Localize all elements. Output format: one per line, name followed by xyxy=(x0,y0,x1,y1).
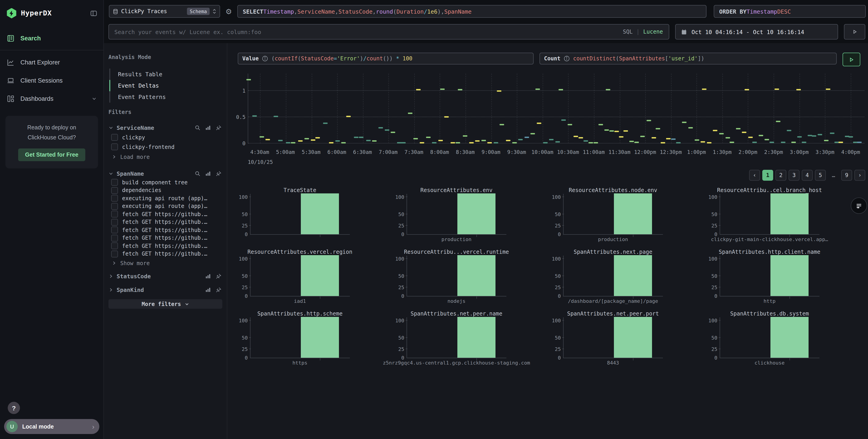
pagination: ‹12345…9› xyxy=(227,170,865,181)
pin-icon[interactable] xyxy=(216,171,221,176)
bar-chart-icon[interactable] xyxy=(205,273,211,279)
bar-chart-icon[interactable] xyxy=(205,125,211,130)
analysis-mode-event-deltas[interactable]: Event Deltas xyxy=(110,80,222,91)
filter-option[interactable]: fetch GET https://github.… xyxy=(108,242,222,250)
filter-option[interactable]: build component tree xyxy=(108,178,222,186)
promo-line1: Ready to deploy on xyxy=(11,123,93,133)
local-mode-button[interactable]: U Local mode › xyxy=(4,419,99,434)
filter-option[interactable]: clickpy-frontend xyxy=(108,142,222,152)
y-tick-label: 0 xyxy=(714,355,717,361)
sidebar-item-chart-explorer[interactable]: Chart Explorer xyxy=(0,53,103,71)
checkbox[interactable] xyxy=(111,179,118,186)
filter-option[interactable]: fetch GET https://github.… xyxy=(108,218,222,226)
checkbox[interactable] xyxy=(111,227,118,234)
checkbox[interactable] xyxy=(111,195,118,202)
scatter-point xyxy=(512,142,517,143)
sidebar-item-label: Search xyxy=(21,35,41,41)
search-input[interactable] xyxy=(114,28,623,36)
x-tick-mark xyxy=(320,296,320,299)
attribute-chart[interactable]: ResourceAttributes.vercel.region02550100… xyxy=(237,249,350,304)
help-button[interactable]: ? xyxy=(8,402,20,414)
y-tick-label: 100 xyxy=(395,194,404,200)
page-prev-button[interactable]: ‹ xyxy=(749,170,760,181)
sidebar-item-client-sessions[interactable]: Client Sessions xyxy=(0,71,103,89)
filter-option[interactable]: fetch GET https://github.… xyxy=(108,210,222,218)
filter-option[interactable]: dependencies xyxy=(108,186,222,194)
select-clause-input[interactable]: SELECT Timestamp, ServiceName, StatusCod… xyxy=(237,5,707,18)
checkbox[interactable] xyxy=(111,211,118,218)
bar xyxy=(770,317,809,358)
attribute-chart[interactable]: ResourceAttribu..cel.branch_host02550100… xyxy=(706,187,819,243)
filter-option-label: build component tree xyxy=(122,179,188,186)
page-button-2[interactable]: 2 xyxy=(775,170,786,181)
bar-chart-icon[interactable] xyxy=(205,171,211,176)
attribute-chart[interactable]: ResourceAttribu...vercel.runtime02550100… xyxy=(393,249,506,304)
attribute-chart[interactable]: SpanAttributes.http.client.name02550100h… xyxy=(706,249,819,304)
checkbox[interactable] xyxy=(111,219,118,226)
page-button-1[interactable]: 1 xyxy=(762,170,773,181)
get-started-button[interactable]: Get Started for Free xyxy=(18,148,85,161)
checkbox[interactable] xyxy=(111,251,118,257)
filter-group-header[interactable]: ServiceName xyxy=(108,123,222,133)
pin-icon[interactable] xyxy=(216,273,221,279)
filter-group-header[interactable]: StatusCode xyxy=(108,271,222,281)
toggle-sql[interactable]: SQL xyxy=(623,29,632,35)
plot-area xyxy=(563,194,663,235)
checkbox[interactable] xyxy=(111,243,118,250)
show-more-link[interactable]: Show more xyxy=(108,259,222,267)
filter-option[interactable]: executing api route (app)… xyxy=(108,202,222,210)
toggle-lucene[interactable]: Lucene xyxy=(643,29,663,35)
chart-explorer-icon xyxy=(7,58,14,66)
attribute-chart-category: 8443 xyxy=(550,360,663,367)
attribute-chart[interactable]: ResourceAttributes.env02550100production xyxy=(393,187,506,243)
filter-option[interactable]: executing api route (app)… xyxy=(108,194,222,202)
filter-option[interactable]: fetch GET https://github.… xyxy=(108,226,222,234)
pin-icon[interactable] xyxy=(216,125,221,130)
attribute-chart[interactable]: SpanAttributes.db.system02550100clickhou… xyxy=(706,311,819,367)
search-icon[interactable] xyxy=(195,171,200,176)
checkbox[interactable] xyxy=(111,203,118,210)
pin-icon[interactable] xyxy=(216,287,221,293)
filter-option[interactable]: clickpy xyxy=(108,133,222,142)
plot-area xyxy=(250,194,350,235)
source-selector[interactable]: ClickPy Traces Schema xyxy=(109,5,220,18)
load-more-link[interactable]: Load more xyxy=(108,152,222,161)
page-button-9[interactable]: 9 xyxy=(841,170,852,181)
plot-area xyxy=(563,256,663,296)
checkbox[interactable] xyxy=(111,235,118,241)
sidebar-collapse-icon[interactable] xyxy=(90,10,97,17)
chart-settings-fab[interactable] xyxy=(851,198,867,214)
filter-option[interactable]: fetch GET https://github.… xyxy=(108,234,222,242)
filter-group-header[interactable]: SpanName xyxy=(108,169,222,178)
run-query-button[interactable] xyxy=(843,53,860,66)
sidebar-item-dashboards[interactable]: Dashboards xyxy=(0,89,103,108)
page-next-button[interactable]: › xyxy=(855,170,865,181)
search-run-button[interactable] xyxy=(844,24,865,39)
page-button-3[interactable]: 3 xyxy=(788,170,800,181)
attribute-chart[interactable]: TraceState02550100 xyxy=(237,187,350,243)
attribute-chart[interactable]: SpanAttributes.http.scheme02550100https xyxy=(237,311,350,367)
page-button-5[interactable]: 5 xyxy=(815,170,826,181)
search-icon[interactable] xyxy=(195,125,200,130)
sidebar-item-search[interactable]: Search xyxy=(0,29,103,47)
analysis-mode-results-table[interactable]: Results Table xyxy=(110,68,222,80)
checkbox[interactable] xyxy=(111,134,118,141)
attribute-chart[interactable]: ResourceAttributes.node.env02550100produ… xyxy=(550,187,663,243)
filter-option[interactable]: fetch GET https://github.… xyxy=(108,250,222,258)
attribute-chart[interactable]: SpanAttributes.net.peer.name02550100z5nr… xyxy=(393,311,506,367)
page-button-4[interactable]: 4 xyxy=(802,170,813,181)
checkbox[interactable] xyxy=(111,187,118,194)
more-filters-button[interactable]: More filters xyxy=(108,299,222,309)
filter-group-header[interactable]: SpanKind xyxy=(108,285,222,295)
count-expression-input[interactable]: Count countDistinct(SpanAttributes['user… xyxy=(539,53,837,64)
attribute-chart[interactable]: SpanAttributes.net.peer.port025501008443 xyxy=(550,311,663,367)
info-icon xyxy=(563,55,570,62)
attribute-chart[interactable]: SpanAttributes.next.page02550100/dashboa… xyxy=(550,249,663,304)
time-range-picker[interactable]: Oct 10 04:16:14 - Oct 10 16:16:14 xyxy=(675,24,838,39)
value-expression-input[interactable]: Value (countIf(StatusCode='Error')/count… xyxy=(238,53,534,64)
bar-chart-icon[interactable] xyxy=(205,287,211,293)
checkbox[interactable] xyxy=(111,143,118,150)
settings-gear-icon[interactable]: ⚙ xyxy=(224,5,234,18)
analysis-mode-event-patterns[interactable]: Event Patterns xyxy=(110,91,222,103)
order-by-input[interactable]: ORDER BY Timestamp DESC xyxy=(714,5,866,18)
